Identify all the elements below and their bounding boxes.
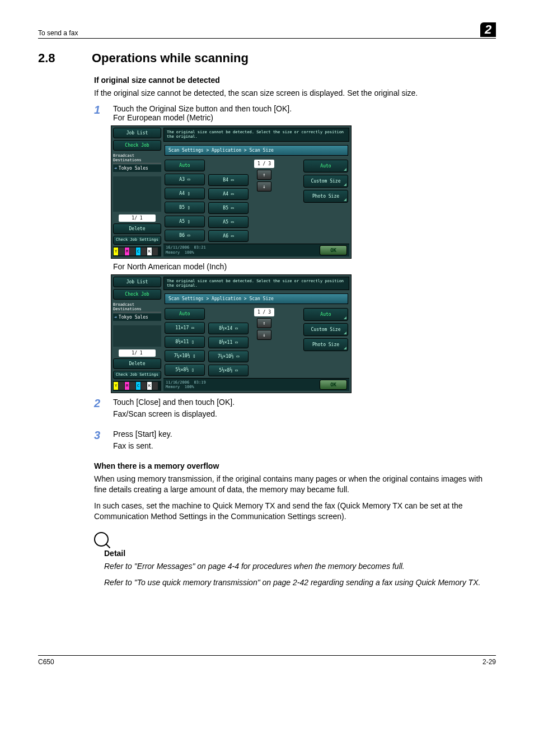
para-detect: If the original size cannot be detected,… [94, 88, 496, 99]
toner-c-icon: C [136, 382, 140, 390]
toner-k-icon: K [147, 248, 152, 255]
step-1: 1 Touch the Original Size button and the… [94, 104, 496, 122]
check-job-button[interactable]: Check Job [113, 140, 161, 151]
check-job-settings-button[interactable]: Check Job Settings [113, 371, 161, 380]
header-breadcrumb: To send a fax [38, 29, 78, 37]
broadcast-destinations-label: Broadcast Destinations [113, 301, 161, 312]
destination-counter: 1/ 1 [119, 214, 156, 222]
size-8x11-portrait-button[interactable]: 8½×11 ▯ [165, 336, 205, 348]
subheading-detect: If original size cannot be detected [94, 76, 496, 85]
size-7x10-landscape-button[interactable]: 7¼×10½ ▭ [208, 351, 249, 362]
toner-c-icon: C [136, 248, 140, 255]
step-3: 3 Press [Start] key. Fax is sent. [94, 430, 496, 457]
size-a5-portrait-button[interactable]: A5 ▯ [165, 216, 205, 227]
ok-button[interactable]: OK [320, 380, 347, 390]
size-a4-portrait-button[interactable]: A4 ▯ [165, 188, 205, 199]
screenshot-inch: Job List Check Job Broadcast Destination… [111, 274, 352, 394]
detail-label: Detail [104, 549, 496, 558]
size-11x17-button[interactable]: 11×17 ▭ [165, 322, 205, 334]
section-title: 2.8Operations while scanning [38, 51, 496, 66]
size-a5-landscape-button[interactable]: A5 ▭ [208, 216, 249, 228]
destination-item[interactable]: ➜ Tokyo Sales [113, 314, 161, 321]
destination-arrow-icon: ➜ [114, 166, 117, 171]
size-a4-landscape-button[interactable]: A4 ▭ [208, 188, 249, 200]
size-5x8-portrait-button[interactable]: 5½×8½ ▯ [165, 364, 205, 376]
destination-item[interactable]: ➜ Tokyo Sales [113, 165, 161, 172]
destination-counter: 1/ 1 [119, 349, 156, 357]
destination-arrow-icon: ➜ [114, 315, 117, 320]
job-list-button[interactable]: Job List [113, 128, 161, 138]
step-2-text: Touch [Close] and then touch [OK]. [113, 398, 496, 407]
scroll-down-button[interactable]: ↓ [257, 181, 271, 192]
size-8x11-landscape-button[interactable]: 8½×11 ▭ [208, 337, 249, 348]
broadcast-destinations-label: Broadcast Destinations [113, 152, 161, 164]
check-job-settings-button[interactable]: Check Job Settings [113, 236, 161, 245]
size-b4-button[interactable]: B4 ▭ [208, 174, 249, 186]
tab-photo-size[interactable]: Photo Size [303, 338, 348, 351]
detail-text-2: Refer to "To use quick memory transmissi… [104, 577, 496, 588]
step-2-sub: Fax/Scan screen is displayed. [113, 409, 496, 419]
magnifier-icon [94, 532, 109, 547]
para-overflow-1: When using memory transmission, if the o… [94, 474, 496, 495]
step-3-number: 3 [94, 430, 113, 457]
toner-m-icon: M [125, 382, 129, 390]
size-auto-button[interactable]: Auto [165, 160, 205, 171]
toner-levels: Y M C K [113, 381, 161, 391]
job-list-button[interactable]: Job List [113, 277, 161, 287]
size-7x10-portrait-button[interactable]: 7¼×10½ ▯ [165, 350, 205, 362]
check-job-button[interactable]: Check Job [113, 289, 161, 300]
destination-name: Tokyo Sales [119, 166, 148, 171]
size-b5-portrait-button[interactable]: B5 ▯ [165, 202, 205, 213]
tab-auto[interactable]: Auto [303, 308, 348, 321]
scroll-up-button[interactable]: ↑ [257, 170, 271, 180]
delete-button[interactable]: Delete [113, 223, 161, 234]
scroll-down-button[interactable]: ↓ [257, 330, 271, 340]
tab-photo-size[interactable]: Photo Size [303, 190, 348, 203]
scroll-up-button[interactable]: ↑ [257, 318, 271, 328]
toner-y-icon: Y [114, 382, 118, 390]
page-footer: C650 2-29 [38, 655, 496, 666]
page-header: To send a fax 2 [38, 22, 496, 39]
para-overflow-2: In such cases, set the machine to Quick … [94, 501, 496, 522]
step-1-text: Touch the Original Size button and then … [113, 104, 496, 113]
destination-name: Tokyo Sales [119, 315, 148, 320]
detail-text-1: Refer to "Error Messages" on page 4-4 fo… [104, 561, 496, 572]
tab-auto[interactable]: Auto [303, 160, 348, 172]
step-3-sub: Fax is sent. [113, 441, 496, 451]
screen-breadcrumb: Scan Settings > Application > Scan Size [165, 293, 348, 304]
tab-custom-size[interactable]: Custom Size [303, 175, 348, 188]
section-number: 2.8 [38, 51, 92, 66]
size-b6-button[interactable]: B6 ▭ [165, 230, 205, 241]
size-5x8-landscape-button[interactable]: 5½×8½ ▭ [208, 365, 249, 376]
size-b5-landscape-button[interactable]: B5 ▭ [208, 202, 249, 214]
size-a6-button[interactable]: A6 ▭ [208, 230, 249, 242]
size-8x14-button[interactable]: 8½×14 ▭ [208, 323, 249, 334]
chapter-number-badge: 2 [480, 22, 496, 37]
step-1-caption-b: For North American model (Inch) [113, 262, 496, 271]
page-indicator: 1 / 3 [254, 308, 274, 316]
size-a3-button[interactable]: A3 ▭ [165, 174, 205, 185]
toner-k-icon: K [147, 382, 152, 390]
size-auto-button[interactable]: Auto [165, 308, 205, 320]
ok-button[interactable]: OK [320, 245, 347, 255]
screen-breadcrumb: Scan Settings > Application > Scan Size [165, 145, 348, 156]
step-1-number: 1 [94, 104, 113, 122]
page-indicator: 1 / 3 [254, 160, 274, 168]
toner-levels: Y M C K [113, 246, 161, 256]
footer-page-number: 2-29 [483, 658, 496, 666]
tab-custom-size[interactable]: Custom Size [303, 323, 348, 336]
delete-button[interactable]: Delete [113, 358, 161, 369]
warning-message: The original size cannot be detected. Se… [163, 128, 349, 142]
step-2-number: 2 [94, 398, 113, 425]
screenshot-metric: Job List Check Job Broadcast Destination… [111, 125, 352, 259]
detail-block: Detail Refer to "Error Messages" on page… [94, 532, 496, 588]
toner-m-icon: M [125, 248, 129, 255]
step-3-text: Press [Start] key. [113, 430, 496, 438]
section-heading-text: Operations while scanning [92, 51, 249, 65]
step-2: 2 Touch [Close] and then touch [OK]. Fax… [94, 398, 496, 425]
subheading-overflow: When there is a memory overflow [94, 461, 496, 470]
status-timestamp: 16/11/2006 03:21 Memory 100% [166, 245, 206, 255]
toner-y-icon: Y [114, 248, 118, 255]
status-timestamp: 11/16/2006 03:19 Memory 100% [166, 380, 206, 390]
footer-model: C650 [38, 658, 54, 666]
